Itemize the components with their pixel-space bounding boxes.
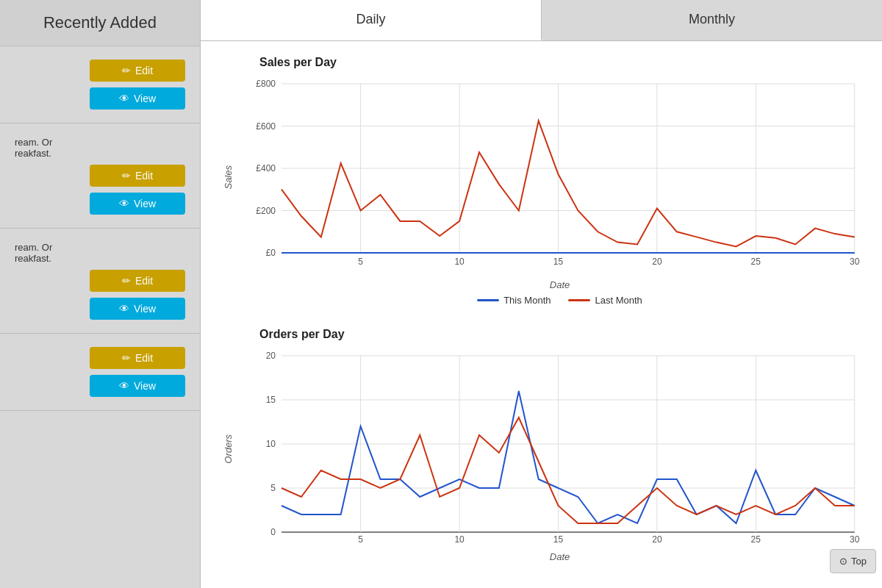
orders-chart-container: Orders per Day Orders .grid-line2 { stro… xyxy=(223,328,860,562)
sales-y-axis-label: Sales xyxy=(223,165,234,190)
view-button-3[interactable]: 👁 View xyxy=(90,298,185,320)
orders-chart-wrapper: Orders .grid-line2 { stroke: #ddd; strok… xyxy=(223,348,860,550)
sales-chart-container: Sales per Day Sales .grid-line { stroke:… xyxy=(223,56,860,306)
orders-svg-wrap: .grid-line2 { stroke: #ddd; stroke-width… xyxy=(237,348,870,550)
view-button-1[interactable]: 👁 View xyxy=(90,87,185,110)
svg-text:15: 15 xyxy=(553,257,564,267)
list-item: ✏ Edit 👁 View xyxy=(0,46,200,123)
view-button-4[interactable]: 👁 View xyxy=(90,375,185,397)
item-text-3: ream. Orreakfast. xyxy=(15,242,185,264)
edit-button-4[interactable]: ✏ Edit xyxy=(90,347,185,369)
sales-chart-svg: .grid-line { stroke: #ddd; stroke-width:… xyxy=(237,76,870,275)
svg-text:30: 30 xyxy=(850,534,860,545)
top-button[interactable]: ⊙ Top xyxy=(830,549,876,573)
svg-text:20: 20 xyxy=(652,257,662,267)
eye-icon: 👁 xyxy=(119,198,129,209)
sales-x-axis-label: Date xyxy=(259,279,860,290)
svg-text:15: 15 xyxy=(553,534,564,545)
svg-text:20: 20 xyxy=(266,351,276,361)
svg-text:5: 5 xyxy=(358,257,363,267)
svg-text:30: 30 xyxy=(850,257,860,267)
tab-bar: Daily Monthly xyxy=(201,0,882,41)
svg-text:25: 25 xyxy=(751,534,761,545)
orders-chart-svg: .grid-line2 { stroke: #ddd; stroke-width… xyxy=(237,348,870,547)
list-item: ream. Orreakfast. ✏ Edit 👁 View xyxy=(0,123,200,229)
orders-chart-title: Orders per Day xyxy=(259,328,860,341)
legend-this-month-label: This Month xyxy=(503,295,551,306)
svg-text:10: 10 xyxy=(266,439,276,449)
svg-text:5: 5 xyxy=(358,534,363,545)
pencil-icon: ✏ xyxy=(122,352,131,364)
legend-this-month: This Month xyxy=(477,295,551,306)
svg-text:20: 20 xyxy=(652,534,662,545)
sales-chart-title: Sales per Day xyxy=(259,56,860,69)
sales-chart-wrapper: Sales .grid-line { stroke: #ddd; stroke-… xyxy=(223,76,860,278)
svg-text:£200: £200 xyxy=(256,206,276,216)
edit-button-1[interactable]: ✏ Edit xyxy=(90,60,185,82)
svg-text:25: 25 xyxy=(751,257,761,267)
sales-svg-wrap: .grid-line { stroke: #ddd; stroke-width:… xyxy=(237,76,870,278)
svg-text:10: 10 xyxy=(454,257,465,267)
eye-icon: 👁 xyxy=(119,380,129,392)
pencil-icon: ✏ xyxy=(122,65,131,76)
pencil-icon: ✏ xyxy=(122,170,131,182)
edit-button-3[interactable]: ✏ Edit xyxy=(90,270,185,292)
list-item: ream. Orreakfast. ✏ Edit 👁 View xyxy=(0,229,200,334)
svg-text:0: 0 xyxy=(270,527,276,537)
charts-area: Sales per Day Sales .grid-line { stroke:… xyxy=(201,41,882,588)
tab-monthly[interactable]: Monthly xyxy=(542,0,882,40)
target-icon: ⊙ xyxy=(839,556,847,567)
svg-text:5: 5 xyxy=(270,483,276,493)
orders-y-axis-label: Orders xyxy=(223,434,234,464)
svg-text:£800: £800 xyxy=(256,79,276,89)
svg-text:£400: £400 xyxy=(256,163,276,173)
legend-last-month: Last Month xyxy=(568,295,642,306)
eye-icon: 👁 xyxy=(119,303,129,315)
tab-daily[interactable]: Daily xyxy=(201,0,542,40)
eye-icon: 👁 xyxy=(119,93,129,104)
svg-text:10: 10 xyxy=(454,534,465,545)
sidebar: Recently Added ✏ Edit 👁 View ream. Orrea… xyxy=(0,0,201,588)
sidebar-header: Recently Added xyxy=(0,0,200,46)
svg-text:£0: £0 xyxy=(266,248,276,258)
legend-last-month-label: Last Month xyxy=(595,295,642,306)
svg-text:15: 15 xyxy=(266,395,276,405)
orders-x-axis-label: Date xyxy=(259,551,860,562)
item-text-2: ream. Orreakfast. xyxy=(15,137,185,159)
top-label: Top xyxy=(851,556,867,567)
legend-last-month-line xyxy=(568,299,590,301)
pencil-icon: ✏ xyxy=(122,275,131,287)
svg-text:£600: £600 xyxy=(256,121,276,132)
view-button-2[interactable]: 👁 View xyxy=(90,193,185,215)
sales-chart-legend: This Month Last Month xyxy=(259,295,860,306)
edit-button-2[interactable]: ✏ Edit xyxy=(90,165,185,187)
main-content: Daily Monthly Sales per Day Sales .grid-… xyxy=(201,0,882,588)
list-item: ✏ Edit 👁 View xyxy=(0,334,200,411)
legend-this-month-line xyxy=(477,299,499,301)
